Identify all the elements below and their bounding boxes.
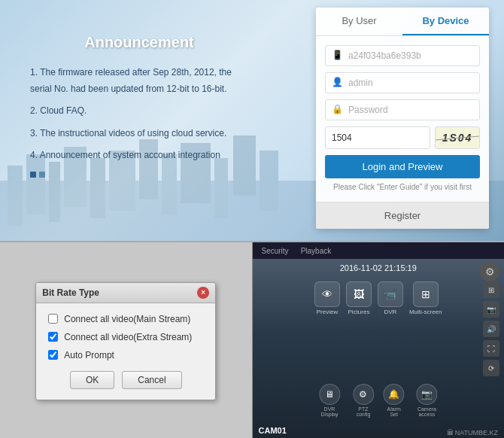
tab-by-device[interactable]: By Device <box>402 8 489 35</box>
camera-access-label: Camera access <box>412 406 441 417</box>
checkbox-auto-prompt-row: Auto Prompt <box>48 350 203 360</box>
lock-icon: 🔒 <box>332 104 344 116</box>
login-button[interactable]: Login and Preview <box>325 155 480 178</box>
icon-grid-item-3[interactable]: 🔊 <box>483 321 499 337</box>
user-icon: 👤 <box>332 77 344 89</box>
dialog-body: Connect all video(Main Stream) Connect a… <box>36 303 215 400</box>
icon-grid-item-4[interactable]: ⛶ <box>483 340 499 357</box>
timestamp: 2016-11-02 21:15:19 <box>340 263 417 272</box>
icon-pictures[interactable]: 🖼 Pictures <box>346 281 372 315</box>
icon-grid-item-1[interactable]: ⊞ <box>483 281 499 298</box>
cam-label: CAM01 <box>259 426 287 435</box>
camera-access-icon: 📷 <box>416 384 437 405</box>
bottom-left-panel: Bit Rate Type × Connect all video(Main S… <box>0 242 252 438</box>
preview-label: Preview <box>317 309 338 315</box>
watermark-text: NATUMBE.KZ <box>455 429 498 436</box>
dot-2[interactable] <box>39 172 45 178</box>
announcement-item-3: 3. The instructional videos of using clo… <box>30 126 248 142</box>
password-input[interactable] <box>348 105 473 115</box>
toolbar-tab-security[interactable]: Security <box>257 245 293 257</box>
checkbox-extra-stream-row: Connect all video(Extra Stream) <box>48 332 203 342</box>
dialog-title-bar: Bit Rate Type × <box>36 283 215 303</box>
register-bar[interactable]: Register <box>316 202 489 229</box>
camera-view-panel: Security Playback 2016-11-02 21:15:19 ⚙ … <box>253 242 505 438</box>
announcement-item-2: 2. Cloud FAQ. <box>30 103 248 120</box>
preview-icon: 👁 <box>314 281 340 307</box>
camera-main-area: 2016-11-02 21:15:19 ⚙ ⊞ 📷 🔊 ⛶ ⟳ 👁 Previe… <box>253 259 505 438</box>
alarm-label: Alarm Set <box>383 406 405 417</box>
ptz-icon: ⚙ <box>353 384 374 405</box>
icon-preview[interactable]: 👁 Preview <box>314 281 340 315</box>
enter-guide-text: Please Click "Enter Guide" if you visit … <box>325 183 480 191</box>
watermark: 🏛 NATUMBE.KZ <box>447 429 498 436</box>
checkbox-main-stream[interactable] <box>48 314 58 324</box>
username-input[interactable] <box>348 78 473 88</box>
main-icons-grid: 👁 Preview 🖼 Pictures 📹 DVR ⊞ Multi-scree… <box>303 281 454 315</box>
icon-multiscreen[interactable]: ⊞ Multi-screen <box>409 281 442 315</box>
dvr-label: DVR <box>384 309 397 315</box>
camera-toolbar: Security Playback <box>253 242 505 259</box>
device-id-input[interactable] <box>348 50 473 61</box>
bottom-icon-camera[interactable]: 📷 Camera access <box>412 384 441 417</box>
checkbox-main-stream-row: Connect all video(Main Stream) <box>48 314 203 324</box>
settings-wheel-icon[interactable]: ⚙ <box>480 262 499 281</box>
display-label: DVR Display <box>315 406 344 417</box>
multiscreen-icon: ⊞ <box>413 281 439 307</box>
dot-1[interactable] <box>30 172 36 178</box>
device-id-row: 📱 <box>325 45 480 66</box>
announcement-panel: Announcement 1. The firmware released af… <box>15 23 263 189</box>
dvr-icon: 📹 <box>378 281 403 307</box>
tab-by-user[interactable]: By User <box>316 8 402 35</box>
pagination-dots <box>30 172 248 178</box>
announcement-item-1: 1. The firmware released after Sep 28th,… <box>30 65 248 97</box>
announcement-item-4: 4. Announcement of system account integr… <box>30 148 248 164</box>
alarm-icon: 🔔 <box>384 384 405 405</box>
bottom-icon-ptz[interactable]: ⚙ PTZ config <box>351 384 375 417</box>
login-panel: By User By Device 📱 👤 🔒 <box>316 8 489 229</box>
announcement-title: Announcement <box>30 34 248 51</box>
dialog-close-button[interactable]: × <box>197 287 209 299</box>
toolbar-tab-playback[interactable]: Playback <box>296 245 336 257</box>
right-icon-grid: ⊞ 📷 🔊 ⛶ ⟳ <box>483 281 499 376</box>
dialog-title: Bit Rate Type <box>42 287 99 298</box>
multiscreen-label: Multi-screen <box>409 309 442 315</box>
icon-grid-item-5[interactable]: ⟳ <box>483 360 499 376</box>
pictures-label: Pictures <box>348 309 370 315</box>
bottom-icon-alarm[interactable]: 🔔 Alarm Set <box>383 384 405 417</box>
icon-dvr[interactable]: 📹 DVR <box>378 281 403 315</box>
announcement-list: 1. The firmware released after Sep 28th,… <box>30 65 248 164</box>
captcha-input-wrap <box>325 126 430 149</box>
captcha-row: 1S04 <box>325 126 480 149</box>
pictures-icon: 🖼 <box>346 281 372 307</box>
checkbox-auto-prompt[interactable] <box>48 350 58 360</box>
captcha-input[interactable] <box>332 132 424 143</box>
natumbe-logo: 🏛 <box>447 429 454 436</box>
captcha-image[interactable]: 1S04 <box>435 126 480 149</box>
tab-bar: By User By Device <box>316 8 489 36</box>
icon-grid-item-2[interactable]: 📷 <box>483 301 499 318</box>
password-row: 🔒 <box>325 99 480 120</box>
bottom-section: Bit Rate Type × Connect all video(Main S… <box>0 242 504 438</box>
display-icon: 🖥 <box>319 384 340 405</box>
bottom-icon-display[interactable]: 🖥 DVR Display <box>315 384 344 417</box>
dialog-buttons: OK Cancel <box>48 371 203 389</box>
device-icon: 📱 <box>332 50 344 62</box>
ptz-label: PTZ config <box>351 406 375 417</box>
checkbox-extra-stream[interactable] <box>48 332 58 342</box>
ok-button[interactable]: OK <box>70 371 114 389</box>
username-row: 👤 <box>325 72 480 93</box>
bottom-icons-row: 🖥 DVR Display ⚙ PTZ config 🔔 Alarm Set 📷… <box>315 384 441 417</box>
dialog-box: Bit Rate Type × Connect all video(Main S… <box>35 282 216 400</box>
login-body: 📱 👤 🔒 1S04 <box>316 36 489 202</box>
cancel-button[interactable]: Cancel <box>122 371 181 389</box>
top-section: Announcement 1. The firmware released af… <box>0 0 504 241</box>
